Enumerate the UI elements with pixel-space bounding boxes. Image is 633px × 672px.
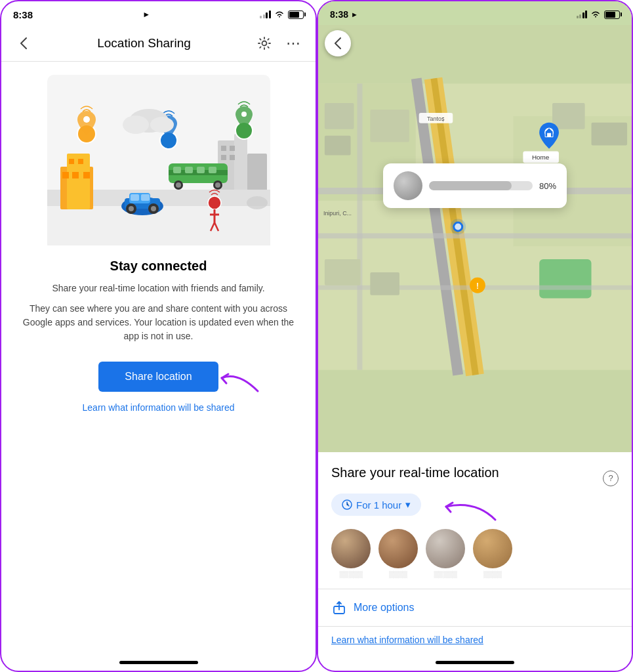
svg-point-38	[83, 116, 90, 123]
status-bar-left: 8:38 ►	[1, 1, 316, 25]
map-area: 8:38 ►	[318, 1, 632, 452]
more-options-label: More options	[354, 602, 415, 614]
share-icon	[331, 600, 347, 616]
svg-rect-75	[547, 133, 551, 137]
svg-point-73	[450, 219, 466, 235]
contact-name-4: ░░░░	[483, 571, 502, 578]
status-icons-right	[577, 10, 621, 19]
stay-connected-desc2: They can see where you are and share con…	[21, 302, 296, 343]
settings-button[interactable]	[253, 32, 276, 55]
location-arrow-icon: ►	[142, 10, 150, 19]
contact-avatar-2	[378, 529, 418, 568]
svg-rect-27	[78, 159, 83, 164]
contact-name-1: ░░░░░	[339, 571, 362, 578]
svg-point-34	[129, 206, 134, 211]
contact-name-3: ░░░░░	[434, 571, 457, 578]
stay-connected-heading: Stay connected	[110, 259, 207, 274]
svg-text:Inipuri, C...: Inipuri, C...	[323, 210, 352, 217]
contact-name-2: ░░░░	[389, 571, 407, 578]
home-indicator-left	[119, 661, 198, 664]
nav-bar-left: Location Sharing ⋯	[1, 25, 316, 62]
map-back-button[interactable]	[325, 30, 351, 56]
svg-rect-16	[185, 167, 193, 173]
nav-actions: ⋯	[253, 32, 305, 55]
arrow-annotation-right	[436, 487, 502, 526]
contact-item[interactable]: ░░░░░	[331, 529, 371, 578]
bottom-sheet: Share your real-time location ? For 1 ho…	[318, 452, 632, 656]
left-panel: 8:38 ► Location Sharing	[0, 0, 317, 672]
status-icons-left	[260, 10, 304, 19]
svg-rect-70	[370, 272, 399, 295]
svg-rect-64	[325, 103, 354, 129]
time-left: 8:38	[13, 9, 33, 20]
svg-rect-23	[62, 172, 69, 178]
contact-item[interactable]: ░░░░	[378, 529, 418, 578]
signal-icon	[260, 10, 271, 18]
time-right: 8:38	[330, 9, 348, 20]
learn-link-right[interactable]: Learn what information will be shared	[331, 627, 619, 656]
illustration	[47, 75, 270, 245]
left-content: Stay connected Share your real-time loca…	[1, 62, 316, 656]
battery-bar	[429, 181, 533, 190]
svg-rect-69	[325, 259, 361, 285]
contact-avatar-1	[331, 529, 371, 568]
svg-point-49	[123, 116, 149, 134]
svg-point-12	[176, 182, 181, 188]
contact-item[interactable]: ░░░░░	[426, 529, 465, 578]
svg-rect-68	[592, 123, 628, 146]
home-indicator-right	[436, 661, 514, 664]
svg-rect-66	[370, 110, 409, 142]
back-button-left[interactable]	[12, 32, 35, 55]
battery-percentage: 80%	[539, 181, 556, 191]
svg-rect-15	[173, 167, 181, 173]
contacts-row: ░░░░░ ░░░░ ░░░░░ ░░░░	[331, 518, 619, 589]
clock-icon	[342, 499, 352, 510]
svg-rect-18	[209, 167, 216, 173]
learn-link-left[interactable]: Learn what information will be shared	[83, 402, 235, 413]
for-1-hour-button[interactable]: For 1 hour ▾	[331, 494, 421, 516]
svg-rect-65	[325, 136, 351, 156]
svg-text:Tantoṣ: Tantoṣ	[427, 116, 445, 122]
svg-rect-67	[552, 103, 585, 129]
page-title: Location Sharing	[35, 36, 253, 51]
svg-rect-25	[83, 172, 90, 178]
battery-icon-right	[604, 10, 620, 19]
svg-text:!: !	[476, 282, 479, 291]
svg-rect-24	[72, 172, 79, 178]
battery-icon	[288, 10, 304, 19]
wifi-icon	[274, 10, 285, 18]
svg-rect-5	[221, 146, 226, 151]
svg-rect-8	[230, 155, 235, 160]
chevron-down-icon: ▾	[405, 499, 411, 511]
svg-rect-32	[141, 194, 150, 201]
svg-point-42	[241, 112, 247, 117]
contact-item[interactable]: ░░░░	[473, 529, 512, 578]
contact-avatar-4	[473, 529, 512, 568]
wifi-icon-right	[590, 10, 601, 18]
svg-rect-20	[47, 206, 270, 245]
svg-point-43	[208, 196, 221, 209]
svg-rect-6	[230, 146, 235, 151]
battery-tooltip: 80%	[383, 163, 567, 208]
svg-point-36	[151, 206, 156, 211]
svg-point-0	[262, 41, 267, 45]
svg-text:Home: Home	[532, 154, 550, 161]
svg-rect-17	[197, 167, 205, 173]
map-svg: Home Tantoṣ ! Inipuri, C...	[318, 1, 632, 452]
right-panel: 8:38 ►	[317, 0, 633, 672]
svg-rect-61	[318, 233, 632, 238]
svg-rect-7	[221, 155, 226, 160]
svg-point-50	[150, 117, 174, 133]
more-button[interactable]: ⋯	[281, 32, 305, 55]
share-location-button[interactable]: Share location	[98, 362, 218, 392]
svg-point-14	[215, 182, 220, 188]
stay-connected-desc1: Share your real-time location with frien…	[52, 282, 264, 295]
status-bar-right: 8:38 ►	[318, 1, 632, 25]
svg-rect-26	[69, 159, 74, 164]
help-icon[interactable]: ?	[603, 471, 619, 486]
more-options-row[interactable]: More options	[331, 589, 619, 626]
share-realtime-title: Share your real-time location	[331, 465, 499, 480]
arrow-annotation-left	[212, 358, 264, 398]
svg-rect-56	[539, 259, 591, 299]
svg-rect-63	[357, 83, 363, 369]
